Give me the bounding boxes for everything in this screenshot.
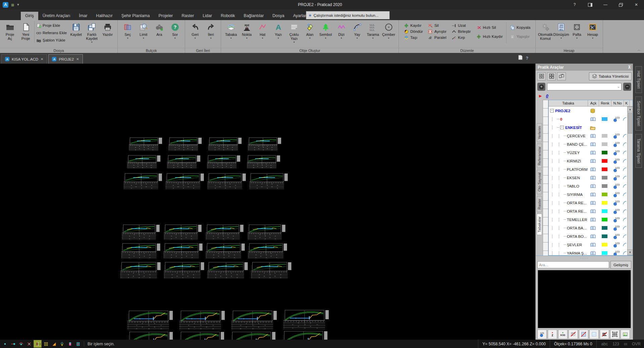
kirp-button[interactable]: Kırp bbox=[451, 35, 471, 40]
yapistir-button[interactable]: Yapıştır bbox=[510, 34, 531, 39]
linetype-icon[interactable] bbox=[623, 234, 627, 239]
document-tab-kisa-yol-acd[interactable]: AKISA YOL.ACD✕ bbox=[1, 54, 47, 64]
column-header-n-no[interactable]: N.No bbox=[611, 100, 624, 106]
layer-row-kirmizi[interactable]: KIRMIZI123 bbox=[549, 157, 627, 165]
linetype-icon[interactable] bbox=[623, 167, 627, 172]
fill-box-icon[interactable] bbox=[589, 330, 599, 339]
linetype-icon[interactable] bbox=[623, 242, 627, 247]
proje-ac-button[interactable]: Proje Aç bbox=[2, 21, 18, 41]
color-swatch[interactable] bbox=[598, 151, 610, 154]
color-swatch[interactable] bbox=[598, 218, 610, 221]
cross-section-thumbnail[interactable] bbox=[207, 262, 250, 280]
status-flag-abc[interactable]: abc bbox=[601, 342, 608, 346]
cross-section-thumbnail[interactable] bbox=[127, 332, 175, 340]
hesap-button[interactable]: shHesap▾ bbox=[585, 21, 601, 39]
cross-section-thumbnail[interactable] bbox=[123, 173, 164, 191]
side-tab-tabakalar[interactable]: Tabakalar bbox=[537, 214, 542, 235]
nokta-button[interactable]: xyzNokta▾ bbox=[239, 21, 255, 39]
number-ball-icon[interactable]: 123 bbox=[610, 200, 623, 206]
tabaka-button[interactable]: Tabaka▾ bbox=[223, 21, 239, 39]
cross-section-thumbnail[interactable] bbox=[121, 224, 162, 241]
number-ball-icon[interactable]: 123 bbox=[610, 158, 623, 164]
cross-section-thumbnail[interactable] bbox=[248, 137, 283, 152]
referans-ekle-button[interactable]: Referans Ekle bbox=[36, 30, 67, 36]
yazdir-button[interactable]: Yazdır bbox=[100, 21, 115, 37]
cross-section-thumbnail[interactable] bbox=[207, 155, 242, 170]
dondur-button[interactable]: Döndür bbox=[404, 29, 423, 34]
scroll-up-icon[interactable]: ▲ bbox=[627, 107, 633, 112]
layer-row-temeller[interactable]: TEMELLER123 bbox=[549, 215, 627, 224]
db-icon[interactable] bbox=[588, 109, 598, 113]
color-swatch[interactable] bbox=[598, 184, 610, 188]
close-tab-icon[interactable]: ✕ bbox=[76, 57, 79, 61]
donusum-button[interactable]: 100010001Dönüşüm▾ bbox=[553, 21, 569, 39]
linetype-icon[interactable] bbox=[623, 117, 627, 122]
dizi-button[interactable]: Dizi▾ bbox=[333, 21, 349, 39]
right-tab-sembol-tipleri[interactable]: Sembol Tipleri bbox=[635, 96, 642, 131]
help-button[interactable]: ? bbox=[567, 0, 582, 9]
yeni-proje-button[interactable]: Yeni Proje bbox=[18, 21, 34, 41]
ribbon-tab-lidar[interactable]: Lidar bbox=[198, 12, 216, 20]
grid-icon[interactable] bbox=[42, 340, 50, 347]
kaydir-button[interactable]: Kaydır bbox=[404, 23, 423, 28]
number-ball-icon[interactable]: 123 bbox=[610, 225, 623, 231]
cross-section-thumbnail[interactable] bbox=[121, 243, 162, 260]
close-button[interactable]: ✕ bbox=[629, 0, 644, 9]
hizli-kaydir-button[interactable]: Hızlı Kaydır bbox=[476, 34, 503, 39]
document-tab-proje2[interactable]: APROJE2✕ bbox=[48, 54, 83, 64]
visibility-book-icon[interactable] bbox=[588, 217, 598, 222]
color-swatch[interactable] bbox=[598, 117, 610, 121]
cross-section-thumbnail[interactable] bbox=[179, 332, 226, 340]
no-hatch-icon[interactable] bbox=[579, 330, 588, 339]
side-tab-raster[interactable]: Raster bbox=[537, 196, 542, 212]
visibility-book-icon[interactable] bbox=[588, 150, 598, 155]
new-view-icon[interactable] bbox=[518, 55, 523, 61]
color-swatch[interactable] bbox=[598, 134, 610, 138]
color-swatch[interactable] bbox=[598, 251, 610, 255]
cross-section-thumbnail[interactable] bbox=[251, 262, 293, 280]
column-header-tabaka[interactable]: Tabaka bbox=[549, 100, 588, 106]
visibility-book-icon[interactable] bbox=[588, 251, 598, 256]
layer-row-orta-bo[interactable]: ORTA BO...123 bbox=[549, 232, 627, 240]
linetype-icon[interactable] bbox=[623, 217, 627, 222]
ayristir-button[interactable]: Ayrıştır bbox=[428, 29, 446, 34]
osnap-point-icon[interactable] bbox=[1, 340, 9, 347]
layer-manager-button[interactable]: Tabaka Yöneticisi bbox=[589, 72, 632, 80]
proje-ekle-button[interactable]: Proje Ekle bbox=[36, 23, 67, 28]
ribbon-tab-uretim-araclari[interactable]: Üretim Araçları bbox=[38, 12, 75, 20]
command-search-box[interactable]: ★ Çalıştırmak istediğiniz komutu bulun..… bbox=[306, 11, 390, 19]
ortho-icon[interactable] bbox=[50, 340, 58, 347]
kaydet-button[interactable]: Kaydet bbox=[68, 21, 84, 37]
image-icon[interactable] bbox=[621, 330, 630, 339]
polar-tracking-icon[interactable] bbox=[58, 340, 66, 347]
close-tab-icon[interactable]: ✕ bbox=[41, 57, 43, 61]
cross-section-thumbnail[interactable] bbox=[167, 155, 202, 170]
cylinder-cyan-icon[interactable] bbox=[74, 340, 82, 347]
status-flag-ovr[interactable]: OVR bbox=[632, 342, 641, 346]
panels-button[interactable] bbox=[582, 0, 598, 9]
number-ball-icon[interactable]: 123 bbox=[610, 133, 623, 139]
layer-row-tablo[interactable]: TABLO123 bbox=[549, 182, 627, 190]
visibility-book-icon[interactable] bbox=[588, 226, 598, 230]
snap-magnet-icon[interactable]: ▾ bbox=[34, 340, 42, 348]
osnap-extension-icon[interactable] bbox=[9, 340, 17, 347]
layer-row-orta-ba[interactable]: ORTA BA...123 bbox=[549, 224, 627, 232]
cross-section-thumbnail[interactable] bbox=[163, 243, 205, 260]
osnap-orbit-icon[interactable] bbox=[17, 340, 25, 347]
number-ball-icon[interactable]: 123 bbox=[610, 209, 623, 214]
numbers-ball-icon[interactable]: 123 bbox=[537, 330, 547, 339]
cross-section-thumbnail[interactable] bbox=[282, 331, 330, 340]
cross-section-thumbnail[interactable] bbox=[163, 224, 204, 241]
yazi-button[interactable]: AYazı▾ bbox=[270, 21, 286, 39]
linetype-icon[interactable] bbox=[623, 159, 627, 163]
color-swatch[interactable] bbox=[598, 176, 610, 180]
check-all-layers-icon[interactable] bbox=[537, 72, 546, 80]
uzat-button[interactable]: Uzat bbox=[451, 23, 471, 28]
color-swatch[interactable] bbox=[598, 234, 610, 238]
linetype-icon[interactable] bbox=[623, 251, 627, 256]
cross-section-thumbnail[interactable] bbox=[247, 224, 287, 241]
cross-section-thumbnail[interactable] bbox=[205, 243, 247, 260]
coklu-yazi-button[interactable]: Çoklu Yazı▾ bbox=[286, 21, 302, 43]
cember-button[interactable]: Çember▾ bbox=[381, 21, 396, 39]
panel-splitter[interactable]: ····· bbox=[536, 256, 633, 260]
